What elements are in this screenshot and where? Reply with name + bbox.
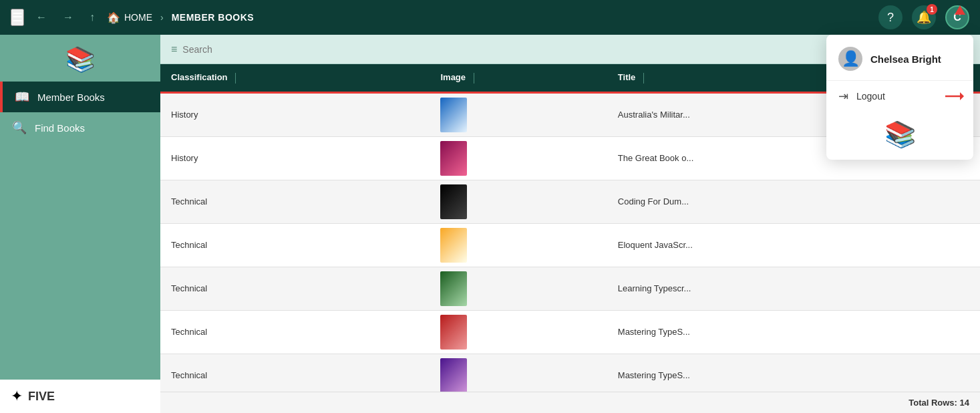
- notification-badge: 1: [927, 4, 937, 15]
- breadcrumb-separator: ›: [160, 12, 164, 23]
- table-row[interactable]: TechnicalCoding For Dum...: [160, 180, 980, 223]
- popup-books-emoji: 📚: [884, 120, 916, 149]
- sidebar-item-member-books[interactable]: 📖 Member Books: [0, 82, 160, 112]
- cell-isbn: [893, 180, 980, 223]
- five-brand-label: FIVE: [28, 390, 55, 404]
- breadcrumb-current: MEMBER BOOKS: [172, 12, 254, 23]
- red-arrow-avatar: [955, 5, 965, 15]
- svg-marker-1: [960, 92, 964, 100]
- red-arrow-logout: [945, 90, 964, 102]
- logout-label: Logout: [856, 91, 885, 102]
- member-books-icon: 📖: [15, 90, 29, 104]
- status-bar: Total Rows: 14: [160, 392, 980, 413]
- cell-image: [430, 310, 607, 354]
- cell-image: [430, 354, 607, 392]
- help-button[interactable]: ?: [878, 5, 903, 29]
- cell-isbn: [893, 223, 980, 267]
- cell-image: [430, 267, 607, 310]
- home-label: HOME: [124, 12, 152, 23]
- five-logo-icon: ✦: [11, 388, 23, 405]
- cell-classification: Technical: [160, 223, 430, 267]
- cell-isbn: [893, 354, 980, 392]
- cell-title: Coding For Dum...: [607, 180, 893, 223]
- cell-image: [430, 92, 607, 136]
- user-popup: 👤 Chelsea Bright ⇥ Logout 📚: [826, 35, 973, 160]
- popup-logout-row[interactable]: ⇥ Logout: [826, 81, 973, 112]
- cell-title: Mastering TypeS...: [607, 354, 893, 392]
- sidebar: 📚 📖 Member Books 🔍 Find Books ✦ FIVE: [0, 35, 160, 413]
- sidebar-item-find-books[interactable]: 🔍 Find Books: [0, 112, 160, 143]
- search-input[interactable]: [182, 44, 937, 55]
- cell-image: [430, 223, 607, 267]
- popup-user-row: 👤 Chelsea Bright: [826, 35, 973, 81]
- cell-isbn: [893, 310, 980, 354]
- cell-classification: Technical: [160, 354, 430, 392]
- filter-icon: ≡: [171, 43, 177, 55]
- books-logo-icon: 📚: [65, 45, 96, 74]
- cell-classification: Technical: [160, 180, 430, 223]
- topbar: ☰ ← → ↑ 🏠 HOME › MEMBER BOOKS ? 🔔 1 C: [0, 0, 980, 35]
- table-row[interactable]: TechnicalEloquent JavaScr...: [160, 223, 980, 267]
- home-nav[interactable]: 🏠 HOME: [107, 11, 152, 24]
- popup-books-logo: 📚: [826, 112, 973, 152]
- back-button[interactable]: ←: [32, 9, 51, 26]
- table-row[interactable]: TechnicalLearning Typescr...: [160, 267, 980, 310]
- cell-isbn: [893, 267, 980, 310]
- home-icon: 🏠: [107, 11, 120, 24]
- popup-avatar-icon: 👤: [838, 47, 862, 71]
- sidebar-logo: 📚: [0, 35, 160, 82]
- up-button[interactable]: ↑: [86, 9, 99, 26]
- cell-classification: History: [160, 92, 430, 136]
- cell-image: [430, 136, 607, 180]
- table-row[interactable]: TechnicalMastering TypeS...: [160, 354, 980, 392]
- cell-classification: History: [160, 136, 430, 180]
- notification-wrap: 🔔 1: [912, 5, 936, 29]
- col-image: Image: [430, 64, 607, 92]
- find-books-icon: 🔍: [12, 120, 27, 135]
- menu-button[interactable]: ☰: [11, 9, 24, 26]
- sidebar-item-find-books-label: Find Books: [35, 122, 85, 134]
- cell-image: [430, 180, 607, 223]
- logout-icon: ⇥: [838, 89, 848, 104]
- cell-classification: Technical: [160, 267, 430, 310]
- cell-title: Learning Typescr...: [607, 267, 893, 310]
- popup-username: Chelsea Bright: [870, 53, 941, 65]
- cell-classification: Technical: [160, 310, 430, 354]
- cell-title: Eloquent JavaScr...: [607, 223, 893, 267]
- table-row[interactable]: TechnicalMastering TypeS...: [160, 310, 980, 354]
- sidebar-bottom: ✦ FIVE: [0, 380, 160, 413]
- sidebar-item-member-books-label: Member Books: [37, 92, 105, 103]
- total-rows-label: Total Rows: 14: [909, 398, 969, 408]
- col-classification: Classification: [160, 64, 430, 92]
- forward-button[interactable]: →: [59, 9, 77, 26]
- cell-title: Mastering TypeS...: [607, 310, 893, 354]
